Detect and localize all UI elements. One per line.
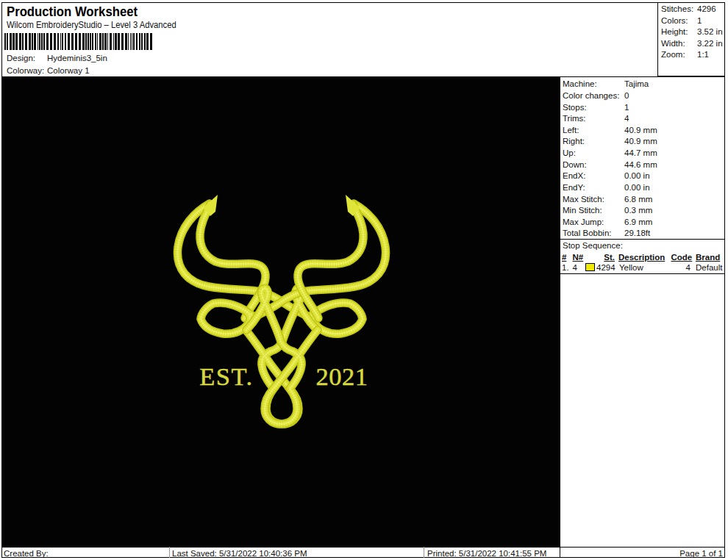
svg-text:EST.: EST. [199,362,253,390]
svg-text:2021: 2021 [316,362,368,390]
